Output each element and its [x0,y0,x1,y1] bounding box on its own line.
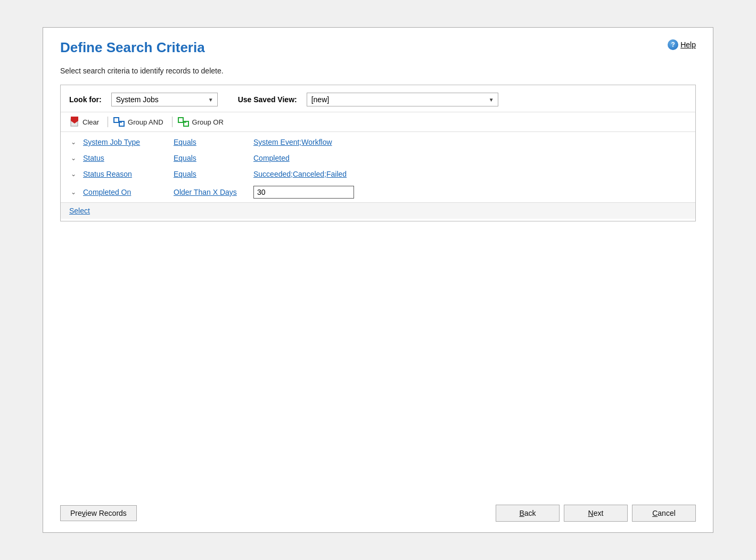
clear-label: Clear [83,118,99,126]
cancel-label: Cancel [652,509,676,517]
criteria-field-3[interactable]: Completed On [83,188,168,196]
criteria-rows: ⌄ System Job Type Equals System Event;Wo… [61,132,695,221]
dialog-header: Define Search Criteria ? Help [43,28,713,61]
nav-buttons: Back Next Cancel [496,505,696,522]
saved-view-label: Use Saved View: [238,95,297,104]
table-row: ⌄ Status Reason Equals Succeeded;Cancele… [61,166,695,182]
table-row: ⌄ Status Equals Completed [61,150,695,166]
preview-records-label: Preview Records [70,509,127,517]
table-row: ⌄ System Job Type Equals System Event;Wo… [61,134,695,150]
toolbar-row: Clear Group AND [61,112,695,132]
criteria-operator-3[interactable]: Older Than X Days [174,188,248,196]
table-row: ⌄ Completed On Older Than X Days [61,182,695,202]
dialog-body: Look for: System Jobs Use Saved View: [n… [43,85,713,494]
lookfor-row: Look for: System Jobs Use Saved View: [n… [61,85,695,112]
criteria-value-2[interactable]: Succeeded;Canceled;Failed [253,170,687,178]
saved-view-select[interactable]: [new] [307,93,498,106]
dialog-description: Select search criteria to identify recor… [43,61,713,85]
group-or-button[interactable]: Group OR [176,116,229,128]
select-row: Select [61,202,695,219]
criteria-value-0[interactable]: System Event;Workflow [253,138,687,146]
chevron-icon-1[interactable]: ⌄ [69,154,78,162]
criteria-operator-1[interactable]: Equals [174,154,248,162]
group-or-label: Group OR [192,118,224,126]
svg-rect-5 [178,118,183,122]
chevron-icon-3[interactable]: ⌄ [69,188,78,196]
dialog: Define Search Criteria ? Help Select sea… [43,27,713,533]
lookfor-select[interactable]: System Jobs [111,93,218,106]
page-title: Define Search Criteria [60,39,205,56]
group-or-icon [178,117,190,127]
chevron-icon-2[interactable]: ⌄ [69,170,78,178]
back-label: Back [519,509,536,517]
toolbar-separator-2 [172,117,172,127]
next-label: Next [588,509,604,517]
preview-records-button[interactable]: Preview Records [60,505,137,521]
next-button[interactable]: Next [564,505,628,522]
chevron-icon-0[interactable]: ⌄ [69,138,78,146]
saved-view-select-wrapper: [new] [307,93,498,106]
lookfor-label: Look for: [69,95,102,104]
svg-rect-2 [114,118,119,122]
clear-icon [69,117,80,127]
group-and-icon [113,117,125,127]
group-and-button[interactable]: Group AND [111,116,168,128]
criteria-operator-2[interactable]: Equals [174,170,248,178]
criteria-box: Look for: System Jobs Use Saved View: [n… [60,85,696,221]
criteria-value-input-3[interactable] [253,186,354,199]
criteria-field-0[interactable]: System Job Type [83,138,168,146]
clear-button[interactable]: Clear [69,116,104,128]
help-icon: ? [668,39,678,50]
cancel-button[interactable]: Cancel [632,505,696,522]
criteria-operator-0[interactable]: Equals [174,138,248,146]
dialog-footer: Preview Records Back Next Cancel [43,494,713,532]
lookfor-select-wrapper: System Jobs [111,93,218,106]
help-link[interactable]: ? Help [668,39,696,50]
help-label: Help [680,40,696,49]
toolbar-separator-1 [108,117,108,127]
select-link[interactable]: Select [69,207,90,215]
criteria-field-2[interactable]: Status Reason [83,170,168,178]
criteria-value-1[interactable]: Completed [253,154,687,162]
back-button[interactable]: Back [496,505,560,522]
criteria-field-1[interactable]: Status [83,154,168,162]
group-and-label: Group AND [128,118,163,126]
